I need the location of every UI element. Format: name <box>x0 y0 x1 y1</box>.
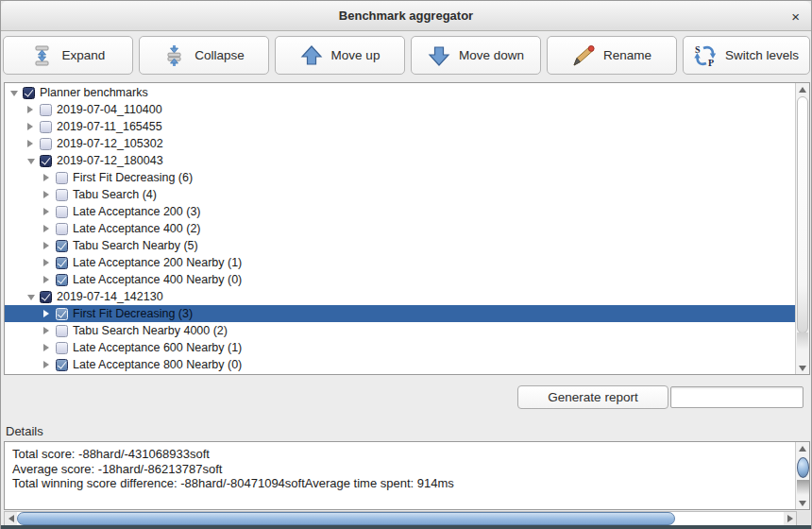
tree-checkbox[interactable] <box>56 308 68 320</box>
tree-row[interactable]: Late Acceptance 200 Nearby (1) <box>5 254 795 271</box>
horizontal-scrollbar[interactable] <box>4 511 797 526</box>
tree-checkbox[interactable] <box>56 342 68 354</box>
scroll-down-button[interactable] <box>796 497 809 509</box>
tree-checkbox[interactable] <box>40 104 52 116</box>
chevron-right-icon[interactable] <box>43 173 51 182</box>
tree-row[interactable]: Late Acceptance 400 (2) <box>5 220 795 237</box>
chevron-right-icon[interactable] <box>27 139 35 148</box>
arrow-up-icon <box>300 44 323 67</box>
tree-checkbox[interactable] <box>40 138 52 150</box>
arrow-down-icon <box>428 44 450 67</box>
tree-row[interactable]: 2019-07-11_165455 <box>5 118 795 135</box>
tree-checkbox[interactable] <box>40 291 52 303</box>
tree-row[interactable]: Tabu Search (4) <box>5 186 795 203</box>
details-label: Details <box>6 424 43 438</box>
expand-label: Expand <box>62 48 106 62</box>
scroll-up-button[interactable] <box>796 83 809 95</box>
triangle-up-icon <box>799 446 806 452</box>
chevron-right-icon[interactable] <box>43 360 51 369</box>
generate-report-label: Generate report <box>548 390 637 404</box>
move-up-button[interactable]: Move up <box>275 36 405 75</box>
scroll-thumb[interactable] <box>17 512 675 525</box>
tree-row[interactable]: Late Acceptance 400 Nearby (0) <box>5 271 795 288</box>
tree-row[interactable]: 2019-07-12_180043 <box>5 152 795 169</box>
tree-checkbox[interactable] <box>56 240 68 252</box>
tree-checkbox[interactable] <box>40 155 52 167</box>
window-bottom-edge <box>1 525 811 529</box>
chevron-right-icon[interactable] <box>43 241 51 250</box>
tree-item-label: Late Acceptance 200 (3) <box>73 205 201 218</box>
tree-row[interactable]: Late Acceptance 200 (3) <box>5 203 795 220</box>
chevron-right-icon[interactable] <box>27 122 35 131</box>
switch-levels-button[interactable]: S P Switch levels <box>683 36 810 75</box>
tree-checkbox[interactable] <box>56 189 68 201</box>
details-line-total-score: Total score: -88hard/-431068933soft <box>12 447 790 462</box>
tree-row[interactable]: Late Acceptance 600 Nearby (1) <box>5 339 795 356</box>
chevron-right-icon[interactable] <box>43 343 51 352</box>
tree-checkbox[interactable] <box>56 172 68 184</box>
scroll-down-button[interactable] <box>796 362 809 374</box>
tree-vertical-scrollbar[interactable] <box>795 83 809 374</box>
scroll-thumb[interactable] <box>797 96 808 333</box>
details-vertical-scrollbar[interactable] <box>795 442 809 509</box>
chevron-right-icon[interactable] <box>27 105 35 114</box>
chevron-down-icon[interactable] <box>10 88 18 97</box>
switch-levels-letter-s: S <box>695 44 701 55</box>
close-icon[interactable]: × <box>791 1 800 31</box>
scrollbar-corner <box>797 511 810 526</box>
tree-checkbox[interactable] <box>56 223 68 235</box>
details-pane[interactable]: Total score: -88hard/-431068933soft Aver… <box>4 441 810 510</box>
tree-row[interactable]: First Fit Decreasing (6) <box>5 169 795 186</box>
tree-item-label: Late Acceptance 400 (2) <box>73 222 201 235</box>
tree-checkbox[interactable] <box>56 274 68 286</box>
tree-item-label: First Fit Decreasing (6) <box>73 171 193 184</box>
scroll-thumb[interactable] <box>797 457 809 478</box>
tree-row[interactable]: Tabu Search Nearby 4000 (2) <box>5 322 795 339</box>
tree-row-selected[interactable]: First Fit Decreasing (3) <box>5 305 795 322</box>
scroll-right-button[interactable] <box>784 512 796 525</box>
benchmark-tree: Planner benchmarks 2019-07-04_110400 201… <box>4 82 810 375</box>
tree-row[interactable]: 2019-07-04_110400 <box>5 101 795 118</box>
tree-checkbox[interactable] <box>56 206 68 218</box>
expand-button[interactable]: Expand <box>3 36 133 75</box>
chevron-right-icon[interactable] <box>43 224 51 233</box>
rename-button[interactable]: Rename <box>547 36 677 75</box>
chevron-down-icon[interactable] <box>27 292 35 301</box>
pencil-icon <box>572 44 595 67</box>
scroll-up-button[interactable] <box>796 442 809 454</box>
tree-checkbox[interactable] <box>56 359 68 371</box>
scroll-left-button[interactable] <box>5 512 17 525</box>
tree-item-label: First Fit Decreasing (3) <box>73 307 193 320</box>
generate-report-button[interactable]: Generate report <box>517 385 668 409</box>
tree-row[interactable]: Tabu Search Nearby (5) <box>5 237 795 254</box>
triangle-down-icon <box>799 366 806 371</box>
benchmark-aggregator-window: Benchmark aggregator × Expand Co <box>0 0 812 529</box>
chevron-right-icon[interactable] <box>43 207 51 216</box>
chevron-right-icon[interactable] <box>43 258 51 267</box>
tree-checkbox[interactable] <box>23 87 35 99</box>
tree-row[interactable]: Late Acceptance 800 Nearby (0) <box>5 356 795 373</box>
tree-row[interactable]: 2019-07-14_142130 <box>5 288 795 305</box>
tree-checkbox[interactable] <box>56 257 68 269</box>
chevron-right-icon[interactable] <box>43 309 51 318</box>
chevron-down-icon[interactable] <box>27 156 35 165</box>
tree-row-planner-benchmarks[interactable]: Planner benchmarks <box>5 84 795 101</box>
toolbar: Expand Collapse Move up Move down <box>1 33 811 80</box>
move-down-label: Move down <box>459 48 524 62</box>
title-bar: Benchmark aggregator × <box>1 1 811 31</box>
triangle-right-icon <box>787 515 793 522</box>
chevron-right-icon[interactable] <box>43 326 51 335</box>
collapse-button[interactable]: Collapse <box>139 36 269 75</box>
tree-checkbox[interactable] <box>56 325 68 337</box>
switch-levels-icon: S P <box>694 44 717 67</box>
chevron-right-icon[interactable] <box>43 275 51 284</box>
move-down-button[interactable]: Move down <box>411 36 541 75</box>
switch-levels-letter-p: P <box>708 58 714 67</box>
chevron-right-icon[interactable] <box>43 190 51 199</box>
tree-checkbox[interactable] <box>40 121 52 133</box>
tree-row[interactable]: 2019-07-12_105302 <box>5 135 795 152</box>
tree-item-label: 2019-07-04_110400 <box>57 103 162 116</box>
tree-rows: Planner benchmarks 2019-07-04_110400 201… <box>5 84 795 373</box>
triangle-left-icon <box>8 515 14 522</box>
collapse-label: Collapse <box>195 48 245 62</box>
